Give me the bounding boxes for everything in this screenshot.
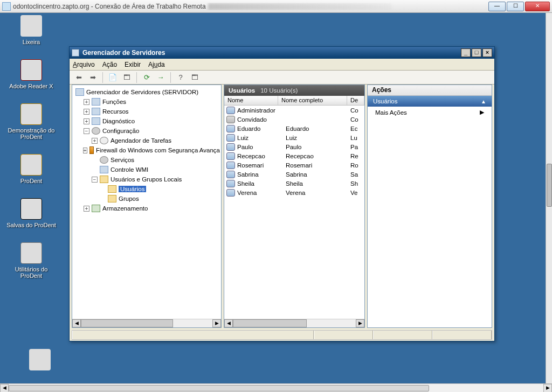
nav-back-button[interactable]: ⬅ <box>73 72 85 83</box>
tree-config[interactable]: −Configuração <box>73 126 220 136</box>
menu-exibir[interactable]: Exibir <box>125 61 141 68</box>
desktop-icon[interactable]: ProDent <box>4 154 58 184</box>
expand-toggle[interactable]: + <box>84 206 89 212</box>
toolbar: ⬅ ➡ 📄 🗔 ⟳ → ? 🗔 <box>70 71 494 85</box>
tree-root[interactable]: Gerenciador de Servidores (SERVIDOR) <box>73 87 220 97</box>
tree[interactable]: Gerenciador de Servidores (SERVIDOR) +Fu… <box>72 85 221 319</box>
expand-toggle[interactable]: + <box>84 118 89 124</box>
tree-funcoes[interactable]: +Funções <box>73 97 220 107</box>
window-titlebar[interactable]: Gerenciador de Servidores _ □ × <box>70 47 494 59</box>
folder-icon <box>108 185 116 193</box>
actions-section[interactable]: Usuários▲ <box>368 96 492 107</box>
desktop-icon[interactable]: Adobe Reader X <box>4 59 58 89</box>
menu-acao[interactable]: Ação <box>102 61 117 68</box>
actions-pane: Ações Usuários▲ Mais Ações▶ <box>367 85 492 328</box>
tree-servicos[interactable]: Serviços <box>73 155 220 165</box>
cell-desc: Lu <box>350 135 361 141</box>
nav-forward-button[interactable]: ➡ <box>87 72 99 83</box>
tree-usergroups[interactable]: −Usuários e Grupos Locais <box>73 174 220 184</box>
expand-toggle[interactable]: + <box>83 148 87 153</box>
user-row[interactable]: EduardoEduardoEc <box>224 124 364 133</box>
window-close-button[interactable]: × <box>482 48 492 57</box>
tree-agendador[interactable]: +Agendador de Tarefas <box>73 136 220 145</box>
chevron-up-icon: ▲ <box>481 99 486 104</box>
tree-hscrollbar[interactable]: ◀▶ <box>72 319 221 327</box>
collapse-toggle[interactable]: − <box>84 128 89 134</box>
maximize-button[interactable]: ☐ <box>507 2 524 11</box>
remote-desktop[interactable]: LixeiraAdobe Reader XDemonstração do Pro… <box>0 13 546 383</box>
rdp-titlebar: odontoclincentro.zapto.org - Conexão de … <box>0 0 552 13</box>
user-icon <box>226 189 235 197</box>
actions-more[interactable]: Mais Ações▶ <box>368 107 492 118</box>
expand-toggle[interactable]: + <box>84 109 89 115</box>
user-row[interactable]: SabrinaSabrinaSa <box>224 170 364 179</box>
user-row[interactable]: SheilaSheilaSh <box>224 179 364 188</box>
cell-name: Rosemari <box>237 162 286 169</box>
desktop-icon[interactable]: Salvas do ProDent <box>4 198 58 228</box>
config-icon <box>92 127 100 135</box>
column-name[interactable]: Nome <box>224 96 278 105</box>
column-desc[interactable]: De <box>347 96 364 105</box>
collapse-toggle[interactable]: − <box>92 177 98 183</box>
cell-name: Sabrina <box>237 171 286 178</box>
user-row[interactable]: LuizLuizLu <box>224 133 364 142</box>
cell-fullname: Eduardo <box>286 125 350 132</box>
cell-desc: Ve <box>350 190 361 196</box>
desktop-icon[interactable]: Lixeira <box>4 15 58 45</box>
window-minimize-button[interactable]: _ <box>461 48 471 57</box>
user-icon <box>226 134 235 142</box>
cell-fullname: Luiz <box>286 135 350 141</box>
desktop-icon-graphic <box>20 242 42 264</box>
minimize-button[interactable]: — <box>488 2 506 11</box>
desktop-icon-label: Utilitários do ProDent <box>4 266 58 279</box>
close-button[interactable]: ✕ <box>525 2 550 11</box>
scheduler-icon <box>100 137 108 144</box>
properties-button[interactable]: 🗔 <box>121 72 133 83</box>
tree-usuarios[interactable]: Usuários <box>73 184 220 194</box>
tree-armazen[interactable]: +Armazenamento <box>73 204 220 213</box>
user-row[interactable]: ConvidadoCo <box>224 115 364 124</box>
desktop-icon[interactable]: Demonstração do ProDent <box>4 103 58 140</box>
cell-desc: Ec <box>350 125 361 132</box>
user-row[interactable]: RecepcaoRecepcaoRe <box>224 151 364 160</box>
folder-icon <box>108 195 116 202</box>
user-row[interactable]: VerenaVerenaVe <box>224 188 364 197</box>
cell-name: Convidado <box>237 116 286 123</box>
view-button[interactable]: 🗔 <box>189 72 201 83</box>
user-row[interactable]: PauloPauloPa <box>224 142 364 151</box>
desktop-icon-partial[interactable] <box>13 349 67 373</box>
expand-toggle[interactable]: + <box>84 99 89 105</box>
user-row[interactable]: AdministradorCo <box>224 106 364 115</box>
user-icon <box>226 143 235 151</box>
desktop-icon-label: Adobe Reader X <box>4 83 58 89</box>
tree-recursos[interactable]: +Recursos <box>73 107 220 116</box>
cell-name: Eduardo <box>237 125 286 132</box>
chevron-right-icon: ▶ <box>480 109 484 116</box>
menu-ajuda[interactable]: Ajuda <box>148 61 165 68</box>
tree-wmi[interactable]: Controle WMI <box>73 165 220 174</box>
outer-hscrollbar[interactable]: ◀▶ <box>0 383 552 392</box>
expand-toggle[interactable]: + <box>92 138 98 144</box>
window-maximize-button[interactable]: □ <box>472 48 481 57</box>
desktop-icon-graphic <box>20 154 42 176</box>
list-rows[interactable]: AdministradorCoConvidadoCoEduardoEduardo… <box>224 106 364 319</box>
tree-grupos[interactable]: Grupos <box>73 194 220 204</box>
cell-name: Luiz <box>237 135 286 141</box>
list-hscrollbar[interactable]: ◀▶ <box>224 319 364 327</box>
menu-arquivo[interactable]: Arquivo <box>73 61 95 68</box>
export-button[interactable]: → <box>155 72 167 83</box>
outer-vscrollbar[interactable] <box>546 13 552 383</box>
up-button[interactable]: 📄 <box>107 72 119 83</box>
list-header: Usuários 10 Usuário(s) <box>224 85 364 96</box>
app-icon <box>72 49 79 57</box>
help-button[interactable]: ? <box>175 72 187 83</box>
tree-diagnostico[interactable]: +Diagnóstico <box>73 116 220 126</box>
tree-firewall[interactable]: +Firewall do Windows com Segurança Avanç… <box>73 145 220 155</box>
user-row[interactable]: RosemariRosemariRo <box>224 160 364 170</box>
list-pane: Usuários 10 Usuário(s) Nome Nome complet… <box>224 85 365 328</box>
column-fullname[interactable]: Nome completo <box>278 96 347 105</box>
desktop-icon-label: Demonstração do ProDent <box>4 127 58 140</box>
desktop-icon[interactable]: Utilitários do ProDent <box>4 242 58 279</box>
refresh-button[interactable]: ⟳ <box>141 72 153 83</box>
cell-fullname: Paulo <box>286 144 350 150</box>
